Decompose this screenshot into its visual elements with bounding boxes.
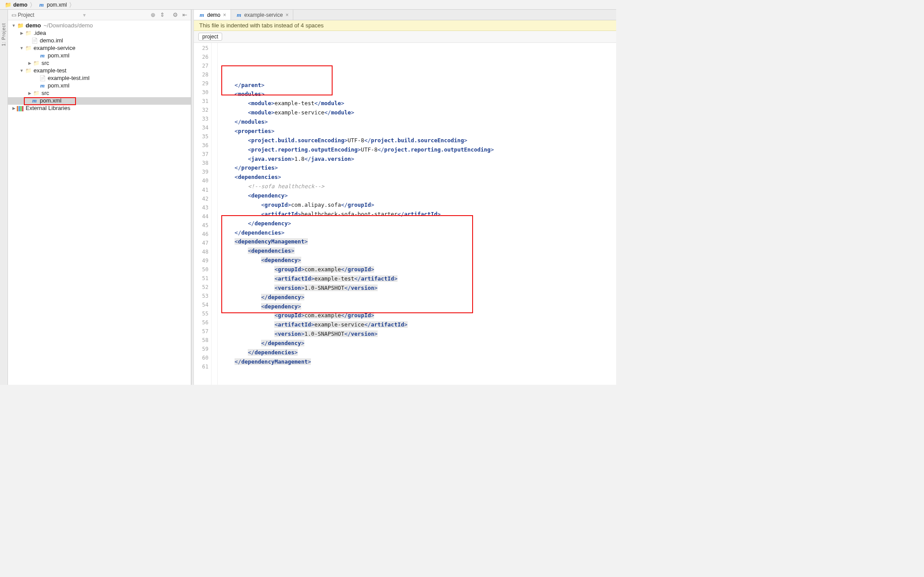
hide-icon[interactable]: ⇤	[182, 11, 187, 18]
project-tool-button[interactable]: 1: Project	[1, 23, 6, 46]
fold-gutter[interactable]	[212, 43, 218, 385]
tree-path: ~/Downloads/demo	[44, 21, 93, 30]
tree-item[interactable]: mpom.xml	[8, 52, 191, 60]
chevron-right-icon[interactable]: ▶	[19, 30, 25, 37]
gear-icon[interactable]: ⚙	[173, 11, 178, 18]
collapse-icon[interactable]: ⇕	[160, 11, 165, 18]
tool-window-stripe[interactable]: 1: Project	[0, 10, 8, 385]
breadcrumb-sep: 〉	[69, 2, 75, 8]
tree-item[interactable]: ▼example-test	[8, 67, 191, 75]
tree-external-libs[interactable]: ▶ External Libraries	[8, 105, 191, 112]
chevron-right-icon[interactable]: ▶	[27, 91, 33, 97]
close-icon[interactable]: ×	[285, 12, 288, 18]
project-panel: ▭ Project ▾ ⊕ ⇕ ⚙ ⇤ ▼ demo ~/Downloads/d…	[8, 10, 191, 385]
tree-item[interactable]: ▶src	[8, 60, 191, 67]
tree-item[interactable]: demo.iml	[8, 37, 191, 45]
tree-item[interactable]: mpom.xml	[8, 82, 191, 90]
project-panel-header: ▭ Project ▾ ⊕ ⇕ ⚙ ⇤	[8, 10, 191, 20]
project-tree[interactable]: ▼ demo ~/Downloads/demo ▶.idea demo.iml …	[8, 20, 191, 114]
folder-icon	[17, 22, 24, 30]
chevron-right-icon[interactable]: ▶	[11, 106, 17, 112]
tree-item[interactable]: ▶.idea	[8, 30, 191, 37]
folder-icon	[25, 29, 32, 38]
tree-label: External Libraries	[26, 104, 70, 113]
folder-icon	[25, 44, 32, 53]
editor-tab[interactable]: mdemo×	[194, 10, 231, 20]
editor-tab[interactable]: mexample-service×	[231, 10, 293, 20]
editor-tabbar: mdemo× mexample-service×	[194, 10, 616, 20]
tree-root[interactable]: ▼ demo ~/Downloads/demo	[8, 22, 191, 30]
tab-label: demo	[207, 12, 220, 18]
editor-banner: This file is indented with tabs instead …	[194, 20, 616, 31]
tree-item[interactable]: ▼example-service	[8, 45, 191, 52]
chevron-down-icon[interactable]: ▼	[19, 68, 25, 74]
breadcrumb-root[interactable]: demo	[4, 2, 28, 8]
folder-icon	[25, 67, 32, 75]
breadcrumb-sep: 〉	[30, 2, 36, 8]
tree-item[interactable]: example-test.iml	[8, 75, 191, 82]
editor-area[interactable]: 25 26 27 28 29 30 31 32 33 34 35 36 37 3…	[194, 43, 616, 385]
project-view-selector[interactable]: ▭ Project	[11, 12, 34, 18]
chevron-down-icon[interactable]: ▼	[19, 46, 25, 52]
line-number-gutter: 25 26 27 28 29 30 31 32 33 34 35 36 37 3…	[194, 43, 212, 385]
close-icon[interactable]: ×	[223, 12, 226, 18]
nav-tag[interactable]: project	[198, 33, 222, 41]
tree-item[interactable]: ▶src	[8, 90, 191, 97]
editor-nav-crumb: project	[194, 31, 616, 43]
tree-label: pom.xml	[48, 51, 69, 60]
breadcrumb-file[interactable]: mpom.xml	[37, 1, 68, 8]
chevron-right-icon[interactable]: ▶	[27, 61, 33, 67]
libraries-icon	[17, 106, 24, 111]
code-content[interactable]: </parent> <modules> <module>example-test…	[218, 43, 616, 385]
dropdown-icon[interactable]: ▾	[83, 12, 86, 18]
chevron-down-icon[interactable]: ▼	[11, 23, 17, 29]
tree-item-selected[interactable]: mpom.xml	[8, 97, 191, 105]
locate-icon[interactable]: ⊕	[151, 11, 155, 18]
tree-label: pom.xml	[48, 81, 69, 90]
tab-label: example-service	[244, 12, 283, 18]
breadcrumb: demo 〉 mpom.xml 〉	[0, 0, 616, 10]
editor-panel: mdemo× mexample-service× This file is in…	[194, 10, 616, 385]
